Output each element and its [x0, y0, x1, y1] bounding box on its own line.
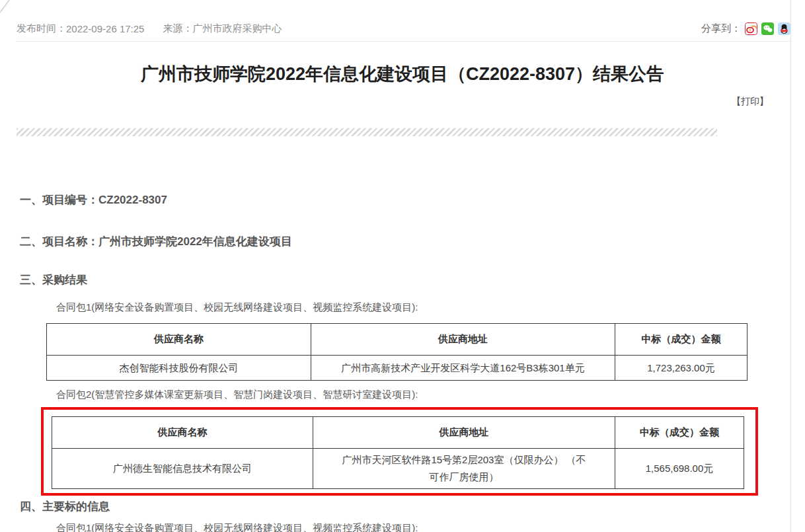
header-supplier-address: 供应商地址 [313, 417, 615, 449]
page-title: 广州市技师学院2022年信息化建设项目（CZ2022-8307）结果公告 [0, 63, 805, 85]
table-row: 杰创智能科技股份有限公司 广州市高新技术产业开发区科学大道162号B3栋301单… [47, 356, 748, 381]
print-row: 【打印】 [0, 96, 769, 107]
source-label: 来源： [163, 22, 192, 35]
header-supplier-address: 供应商地址 [311, 324, 615, 356]
supplier-name-cell: 杰创智能科技股份有限公司 [47, 356, 311, 381]
table-header-row: 供应商名称 供应商地址 中标（成交）金额 [52, 417, 744, 449]
wechat-share-icon[interactable] [761, 22, 774, 35]
section-main-subject-info: 四、主要标的信息 [20, 500, 805, 513]
table-row: 广州德生智能信息技术有限公司 广州市天河区软件路15号第2层203室（仅限办公）… [52, 449, 744, 489]
package1-result-table: 供应商名称 供应商地址 中标（成交）金额 杰创智能科技股份有限公司 广州市高新技… [46, 323, 748, 381]
header-supplier-name: 供应商名称 [52, 417, 313, 449]
qq-share-icon[interactable] [778, 22, 790, 35]
publish-time-value: 2022-09-26 17:25 [66, 23, 144, 34]
package1-label: 合同包1(网络安全设备购置项目、校园无线网络建设项目、视频监控系统建设项目): [56, 301, 805, 313]
meta-divider-line [17, 41, 790, 42]
section-purchase-result: 三、采购结果 [20, 274, 805, 287]
header-award-amount: 中标（成交）金额 [615, 417, 744, 449]
publish-time-label: 发布时间： [17, 22, 66, 35]
weibo-share-icon[interactable] [745, 22, 757, 35]
supplier-address-cell: 广州市高新技术产业开发区科学大道162号B3栋301单元 [311, 356, 615, 381]
supplier-address-cell: 广州市天河区软件路15号第2层203室（仅限办公） （不可作厂房使用） [313, 449, 615, 489]
hatched-divider [17, 128, 717, 136]
package2-result-table: 供应商名称 供应商地址 中标（成交）金额 广州德生智能信息技术有限公司 广州市天… [52, 416, 744, 489]
header-supplier-name: 供应商名称 [47, 324, 311, 356]
award-amount-cell: 1,723,263.00元 [615, 356, 748, 381]
package2-label: 合同包2(智慧管控多媒体课室更新项目、智慧门岗建设项目、智慧研讨室建设项目): [56, 389, 805, 400]
share-label: 分享到： [701, 22, 741, 35]
award-amount-cell: 1,565,698.00元 [615, 449, 744, 489]
content-right-border [790, 0, 791, 532]
clipped-package-line: 合同包1(网络安全设备购置项目、校园无线网络建设项目、视频监控系统建设项目): [56, 522, 805, 532]
source-value: 广州市政府采购中心 [192, 22, 282, 35]
share-bar: 分享到： [701, 22, 790, 35]
header-award-amount: 中标（成交）金额 [615, 324, 748, 356]
print-button[interactable]: 【打印】 [732, 96, 769, 106]
corner-fold-decoration [0, 0, 11, 13]
section-project-name: 二、项目名称：广州市技师学院2022年信息化建设项目 [20, 235, 805, 248]
announcement-page: 发布时间： 2022-09-26 17:25 来源： 广州市政府采购中心 分享到… [0, 0, 805, 532]
highlight-red-box: 供应商名称 供应商地址 中标（成交）金额 广州德生智能信息技术有限公司 广州市天… [41, 407, 758, 496]
meta-bar: 发布时间： 2022-09-26 17:25 来源： 广州市政府采购中心 分享到… [17, 22, 790, 35]
supplier-name-cell: 广州德生智能信息技术有限公司 [52, 449, 313, 489]
section-project-number: 一、项目编号：CZ2022-8307 [20, 194, 805, 207]
table-header-row: 供应商名称 供应商地址 中标（成交）金额 [47, 324, 748, 356]
